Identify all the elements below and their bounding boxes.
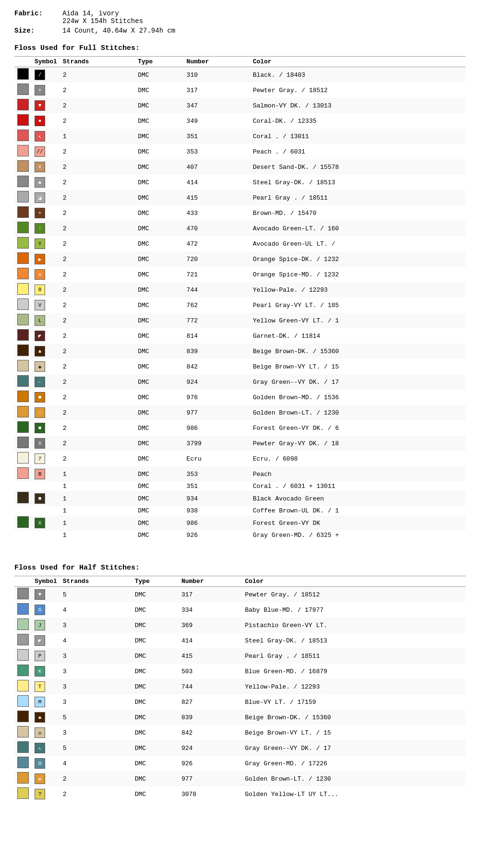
color-cell: Orange Spice-DK. / 1232 bbox=[250, 251, 466, 267]
color-cell: Golden Brown-LT. / 1230 bbox=[250, 405, 466, 420]
swatch-cell bbox=[14, 515, 32, 531]
color-cell: Yellow-Pale. / 12293 bbox=[250, 282, 466, 297]
type-cell: DMC bbox=[132, 725, 179, 740]
color-cell: Garnet-DK. / 11814 bbox=[250, 328, 466, 344]
swatch-cell bbox=[14, 466, 32, 482]
number-cell: 353 bbox=[184, 144, 250, 159]
symbol-cell: ◇ bbox=[32, 725, 60, 740]
type-cell: DMC bbox=[135, 482, 183, 491]
symbol-cell: ↑ bbox=[32, 405, 60, 420]
strands-cell: 1 bbox=[60, 129, 135, 144]
swatch-cell bbox=[14, 451, 32, 466]
number-cell: 407 bbox=[184, 159, 250, 175]
table-row: ▲2DMC414Steel Gray-DK. / 18513 bbox=[14, 175, 466, 190]
color-cell: Coral . / 13011 bbox=[250, 129, 466, 144]
color-cell: Gray Green-MD. / 6325 + bbox=[250, 531, 466, 540]
number-cell: 772 bbox=[184, 313, 250, 328]
strands-cell: 2 bbox=[60, 236, 135, 251]
table-row: ■2DMC986Forest Green-VY DK. / 6 bbox=[14, 420, 466, 436]
type-cell: DMC bbox=[135, 359, 183, 374]
swatch-cell bbox=[14, 725, 32, 740]
strands-cell: 2 bbox=[60, 190, 135, 205]
table-row: T3DMC744Yellow-Pale. / 12293 bbox=[14, 679, 466, 694]
color-cell: Forest Green-VY DK bbox=[250, 515, 466, 531]
table-row: P3DMC415Pearl Gray . / 18511 bbox=[14, 648, 466, 664]
swatch-cell bbox=[14, 221, 32, 236]
symbol-cell: + bbox=[32, 205, 60, 221]
number-cell: 924 bbox=[184, 374, 250, 390]
strands-cell: 1 bbox=[60, 466, 135, 482]
swatch-cell bbox=[14, 602, 32, 618]
type-cell: DMC bbox=[135, 83, 183, 98]
color-cell: Baby Blue-MD. / 17977 bbox=[242, 602, 466, 618]
table-row: :2DMC470Avocado Green-LT. / 160 bbox=[14, 221, 466, 236]
swatch-cell bbox=[14, 756, 32, 771]
swatch-cell bbox=[14, 420, 32, 436]
strands-cell: 1 bbox=[60, 482, 135, 491]
number-cell: 977 bbox=[184, 405, 250, 420]
swatch-cell bbox=[14, 506, 32, 515]
table-row: J3DMC369Pistachio Green-VY LT. bbox=[14, 618, 466, 633]
symbol-cell: X bbox=[32, 515, 60, 531]
table-row: G4DMC334Baby Blue-MD. / 17977 bbox=[14, 602, 466, 618]
strands-cell: 2 bbox=[60, 390, 135, 405]
swatch-cell bbox=[14, 98, 32, 113]
table-row: ↑2DMC977Golden Brown-LT. / 1230 bbox=[14, 405, 466, 420]
table-row: /2DMC310Black. / 18403 bbox=[14, 67, 466, 83]
color-cell: Orange Spice-MD. / 1232 bbox=[250, 267, 466, 282]
symbol-cell: x bbox=[32, 267, 60, 282]
col-type: Type bbox=[135, 57, 183, 67]
strands-cell: 2 bbox=[60, 159, 135, 175]
symbol-cell bbox=[32, 482, 60, 491]
swatch-cell bbox=[14, 282, 32, 297]
type-cell: DMC bbox=[135, 67, 183, 83]
half-stitches-title: Floss Used for Half Stitches: bbox=[14, 564, 466, 572]
swatch-cell bbox=[14, 664, 32, 679]
size-row: Size: 14 Count, 40.64w X 27.94h cm bbox=[14, 27, 466, 35]
symbol-cell: J bbox=[32, 618, 60, 633]
strands-cell: 3 bbox=[60, 694, 132, 710]
color-cell: Coffee Brown-UL DK. / 1 bbox=[250, 506, 466, 515]
type-cell: DMC bbox=[135, 491, 183, 506]
swatch-cell bbox=[14, 175, 32, 190]
full-stitches-table: Symbol Strands Type Number Color /2DMC31… bbox=[14, 56, 466, 540]
symbol-cell: ? bbox=[32, 786, 60, 802]
table-row: 1DMC938Coffee Brown-UL DK. / 1 bbox=[14, 506, 466, 515]
type-cell: DMC bbox=[135, 405, 183, 420]
fabric-label: Fabric: bbox=[14, 10, 62, 25]
swatch-cell bbox=[14, 436, 32, 451]
color-cell: Pearl Gray . / 18511 bbox=[242, 648, 466, 664]
table-row: X2DMC407Desert Sand-DK. / 15578 bbox=[14, 159, 466, 175]
number-cell: 926 bbox=[179, 756, 242, 771]
type-cell: DMC bbox=[132, 710, 179, 725]
table-row: ←2DMC924Gray Green--VY DK. / 17 bbox=[14, 374, 466, 390]
type-cell: DMC bbox=[135, 221, 183, 236]
number-cell: 926 bbox=[184, 531, 250, 540]
strands-cell: 5 bbox=[60, 710, 132, 725]
symbol-cell: ■ bbox=[32, 491, 60, 506]
strands-cell: 3 bbox=[60, 618, 132, 633]
col-color-h: Color bbox=[242, 576, 466, 587]
table-row: ▼5DMC317Pewter Gray. / 18512 bbox=[14, 587, 466, 603]
color-cell: Gray Green-MD. / 17226 bbox=[242, 756, 466, 771]
number-cell: 762 bbox=[184, 297, 250, 313]
strands-cell: 3 bbox=[60, 725, 132, 740]
symbol-cell: V bbox=[32, 297, 60, 313]
col-swatch-h bbox=[14, 576, 32, 587]
number-cell: 976 bbox=[184, 390, 250, 405]
color-cell: Gray Green--VY DK. / 17 bbox=[250, 374, 466, 390]
table-row: ■2DMC976Golden Brown-MD. / 1536 bbox=[14, 390, 466, 405]
color-cell: Beige Brown-VY LT. / 15 bbox=[250, 359, 466, 374]
type-cell: DMC bbox=[135, 113, 183, 129]
table-row: L2DMC772Yellow Green-VY LT. / 1 bbox=[14, 313, 466, 328]
number-cell: 814 bbox=[184, 328, 250, 344]
size-label: Size: bbox=[14, 27, 62, 35]
type-cell: DMC bbox=[132, 771, 179, 786]
type-cell: DMC bbox=[135, 236, 183, 251]
strands-cell: 2 bbox=[60, 67, 135, 83]
symbol-cell: ▲ bbox=[32, 175, 60, 190]
number-cell: 720 bbox=[184, 251, 250, 267]
table-row: ↖1DMC351Coral . / 13011 bbox=[14, 129, 466, 144]
color-cell: Pewter Gray. / 18512 bbox=[242, 587, 466, 603]
symbol-cell: 7 bbox=[32, 451, 60, 466]
